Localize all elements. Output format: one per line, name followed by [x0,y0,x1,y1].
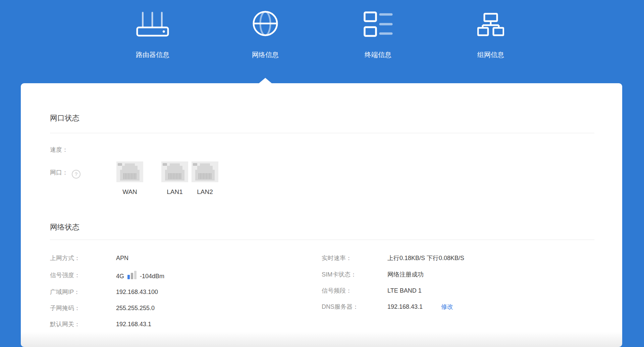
row-label: 子网掩码： [50,304,80,312]
section-title-port-status: 网口状态 [50,113,79,123]
tab-label: 组网信息 [477,50,504,59]
row-value: 上行0.18KB/S 下行0.08KB/S [387,254,464,262]
row-value: 网络注册成功 [387,270,424,279]
globe-icon [252,9,279,37]
network-type: 4G [116,272,124,281]
port-name: LAN1 [161,188,188,196]
port-name: WAN [116,188,143,196]
row-value: 4G -104dBm [116,271,164,281]
row-label: SIM卡状态： [322,270,357,279]
row-label: 信号频段： [322,286,352,295]
row-label: 上网方式： [50,254,80,262]
row-label: 默认网关： [50,320,80,329]
port-lan1: LAN1 [161,161,188,196]
tab-label: 路由器信息 [136,50,169,59]
ethernet-port-icon [161,161,188,182]
row-label: 信号强度： [50,271,80,280]
content-card: 网口状态 速度： 网口： ? WAN [21,83,622,347]
tab-clients-info[interactable]: 终端信息 [344,9,412,59]
signal-bars-icon [127,271,137,279]
tab-router-info[interactable]: 路由器信息 [119,9,186,59]
help-icon[interactable]: ? [72,170,80,179]
dns-edit-link[interactable]: 修改 [441,302,453,311]
row-signal-band: 信号频段： LTE BAND 1 [322,286,597,295]
row-value: 255.255.255.0 [116,304,155,312]
ethernet-port-icon [116,161,143,182]
ports-label: 网口： [50,168,68,177]
section-divider [50,240,594,240]
row-subnet-mask: 子网掩码： 255.255.255.0 [50,304,285,312]
topology-icon [477,9,504,37]
row-signal-strength: 信号强度： 4G -104dBm [50,271,285,280]
row-value: APN [116,254,128,262]
row-wan-ip: 广域网IP： 192.168.43.100 [50,288,285,296]
section-divider [50,133,594,133]
port-wan: WAN [116,161,143,196]
tab-bar: 路由器信息 网络信息 终端信 [119,9,524,59]
row-value: LTE BAND 1 [387,286,422,295]
port-lan2: LAN2 [192,161,218,196]
row-label: DNS服务器： [322,302,359,311]
tab-network-info[interactable]: 网络信息 [232,9,299,59]
row-default-gateway: 默认网关： 192.168.43.1 [50,320,285,329]
tab-topology-info[interactable]: 组网信息 [457,9,524,59]
row-value: 192.168.43.1 [116,320,151,329]
row-label: 实时速率： [322,254,352,262]
active-tab-indicator [259,78,272,83]
row-sim-status: SIM卡状态： 网络注册成功 [322,270,597,279]
section-title-network-status: 网络状态 [50,222,79,232]
port-name: LAN2 [192,188,218,196]
router-icon [136,9,169,37]
row-value: 192.168.43.1 [387,302,423,311]
ethernet-port-icon [192,161,218,182]
row-label: 广域网IP： [50,288,80,296]
row-realtime-rate: 实时速率： 上行0.18KB/S 下行0.08KB/S [322,254,597,262]
tab-label: 网络信息 [252,50,279,59]
row-access-mode: 上网方式： APN [50,254,285,262]
help-glyph: ? [75,171,77,177]
row-dns-server: DNS服务器： 192.168.43.1 修改 [322,302,597,311]
router-admin-page: 路由器信息 网络信息 终端信 [0,0,644,347]
tab-label: 终端信息 [365,50,391,59]
clients-icon [363,9,393,37]
signal-dbm: -104dBm [140,272,164,281]
speed-label: 速度： [50,146,68,154]
row-value: 192.168.43.100 [116,288,158,296]
